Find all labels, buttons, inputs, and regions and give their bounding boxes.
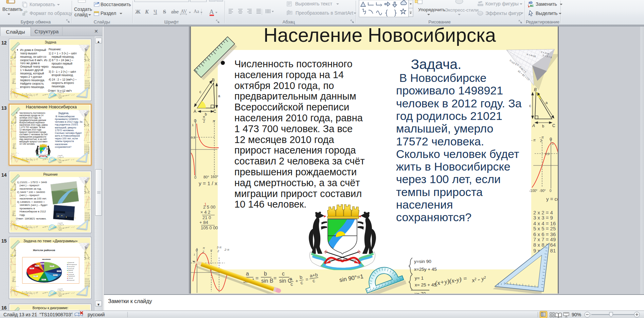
- svg-text:Ж: Ж: [135, 9, 141, 15]
- svg-text:Aa: Aa: [194, 9, 199, 14]
- svg-text:abe: abe: [171, 9, 179, 15]
- svg-text:AV: AV: [181, 9, 187, 14]
- svg-text:A: A: [209, 8, 214, 15]
- svg-text:S: S: [163, 9, 166, 15]
- svg-text:ac: ac: [530, 4, 534, 7]
- svg-text:90%: 90%: [572, 312, 581, 317]
- svg-text:К: К: [145, 9, 149, 15]
- svg-text:Ч: Ч: [154, 9, 157, 15]
